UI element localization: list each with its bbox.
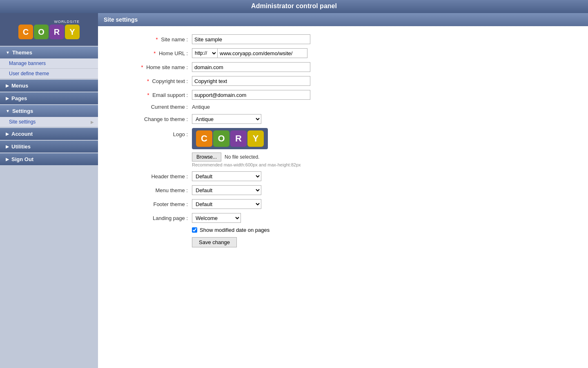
settings-label: Settings [12, 108, 33, 114]
site-settings-page-header: Site settings [98, 13, 588, 26]
required-star: * [156, 36, 158, 43]
browse-row: Browse... No file selected. [192, 153, 259, 162]
sidebar-item-signout[interactable]: ▶ Sign Out [0, 153, 98, 165]
logo-letter-o: O [34, 25, 49, 39]
sidebar-item-site-settings[interactable]: Site settings ▶ [0, 117, 98, 127]
change-theme-select[interactable]: Antique Modern Classic Fresh [192, 114, 261, 124]
logo-display: C O R Y Browse... No file selected. Reco… [192, 128, 301, 167]
change-theme-row: Change to theme : Antique Modern Classic… [110, 114, 576, 124]
menus-arrow-icon: ▶ [6, 83, 9, 88]
logo-letter-r: R [49, 25, 64, 39]
checkbox-row: Show modified date on pages [192, 227, 270, 233]
protocol-select[interactable]: http:// https:// [192, 48, 218, 58]
signout-label: Sign Out [11, 156, 33, 162]
landing-page-label: Landing page : [110, 215, 192, 221]
sidebar-item-themes[interactable]: ▼ Themes [0, 47, 98, 58]
logo-puzzle: C O R Y [18, 25, 80, 39]
site-name-input[interactable] [192, 34, 310, 44]
copyright-text-row: * Copyright text : [110, 76, 576, 86]
site-settings-arrow-icon: ▶ [91, 120, 94, 124]
email-support-label: * Email support : [110, 92, 192, 98]
show-modified-date-label: Show modified date on pages [200, 227, 270, 233]
themes-label: Themes [12, 49, 32, 56]
save-button[interactable]: Save change [192, 237, 237, 247]
pages-arrow-icon: ▶ [6, 96, 9, 101]
sidebar-item-menus[interactable]: ▶ Menus [0, 80, 98, 92]
sidebar: WORLDSITE C O R Y ▼ Themes Manage banner… [0, 13, 98, 368]
show-modified-date-row: Show modified date on pages [110, 227, 576, 233]
site-name-row: * Site name : [110, 34, 576, 44]
menu-theme-label: Menu theme : [110, 187, 192, 193]
logo-y: Y [247, 130, 264, 147]
user-define-theme-label: User define theme [9, 71, 49, 76]
admin-header: Administrator control panel [0, 0, 588, 13]
worldsite-text: WORLDSITE [54, 20, 80, 24]
url-input[interactable] [218, 48, 307, 58]
footer-theme-label: Footer theme : [110, 201, 192, 207]
site-settings-form: * Site name : * Home URL : http:// https… [98, 26, 588, 264]
signout-arrow-icon: ▶ [6, 157, 9, 162]
sidebar-item-account[interactable]: ▶ Account [0, 128, 98, 140]
sidebar-item-manage-banners[interactable]: Manage banners [0, 58, 98, 69]
required-star2: * [154, 50, 156, 56]
settings-arrow-icon: ▼ [6, 109, 10, 113]
menu-theme-select[interactable]: Default Theme1 Theme2 [192, 185, 261, 195]
current-theme-value: Antique [192, 104, 210, 110]
home-url-label: * Home URL : [110, 50, 192, 56]
sidebar-item-utilities[interactable]: ▶ Utilities [0, 141, 98, 153]
account-label: Account [11, 131, 33, 137]
sidebar-item-settings[interactable]: ▼ Settings [0, 105, 98, 117]
pages-label: Pages [11, 95, 27, 101]
header-theme-label: Header theme : [110, 173, 192, 180]
logo-o: O [213, 130, 229, 147]
recommend-text: Recommended max-width:600px and max-heig… [192, 162, 301, 167]
save-row: Save change [110, 237, 576, 247]
admin-title: Administrator control panel [251, 2, 337, 9]
site-settings-page-title: Site settings [104, 16, 138, 23]
manage-banners-label: Manage banners [9, 61, 46, 66]
footer-theme-row: Footer theme : Default Theme1 Theme2 [110, 199, 576, 209]
required-star5: * [147, 92, 149, 98]
home-url-row: * Home URL : http:// https:// [110, 48, 576, 58]
browse-button[interactable]: Browse... [192, 153, 221, 162]
landing-page-select[interactable]: Welcome Home About [192, 213, 241, 223]
required-star4: * [147, 78, 149, 84]
no-file-text: No file selected. [225, 154, 259, 160]
copyright-text-label: * Copyright text : [110, 78, 192, 84]
utilities-label: Utilities [11, 144, 31, 150]
email-support-input[interactable] [192, 90, 310, 100]
logo-letter-c: C [18, 25, 33, 39]
main-content: Site settings * Site name : * Home URL : [98, 13, 588, 368]
home-site-name-input[interactable] [192, 62, 310, 72]
show-modified-date-checkbox[interactable] [192, 227, 197, 233]
site-settings-label: Site settings [9, 119, 36, 125]
logo-r: R [230, 130, 247, 147]
menus-label: Menus [11, 83, 28, 89]
change-theme-label: Change to theme : [110, 116, 192, 122]
footer-theme-select[interactable]: Default Theme1 Theme2 [192, 199, 261, 209]
email-support-row: * Email support : [110, 90, 576, 100]
current-theme-label: Current theme : [110, 104, 192, 110]
copyright-text-input[interactable] [192, 76, 310, 86]
sidebar-item-pages[interactable]: ▶ Pages [0, 92, 98, 104]
logo-letter-y: Y [65, 25, 80, 39]
landing-page-row: Landing page : Welcome Home About [110, 213, 576, 223]
menu-theme-row: Menu theme : Default Theme1 Theme2 [110, 185, 576, 195]
site-name-label: * Site name : [110, 36, 192, 43]
logo-label: Logo : [110, 128, 192, 137]
current-theme-row: Current theme : Antique [110, 104, 576, 110]
home-site-name-label: * Home site name : [110, 64, 192, 70]
logo-row: Logo : C O R Y Browse... No file selecte… [110, 128, 576, 167]
utilities-arrow-icon: ▶ [6, 144, 9, 149]
account-arrow-icon: ▶ [6, 132, 9, 136]
sidebar-item-user-define-theme[interactable]: User define theme [0, 69, 98, 79]
logo-preview: C O R Y [192, 128, 268, 149]
home-site-name-row: * Home site name : [110, 62, 576, 72]
logo-c: C [196, 130, 212, 147]
themes-arrow-icon: ▼ [6, 50, 10, 55]
url-row: http:// https:// [192, 48, 307, 58]
required-star3: * [141, 64, 143, 70]
header-theme-select[interactable]: Default Theme1 Theme2 [192, 171, 261, 181]
form-logo-puzzle: C O R Y [192, 128, 268, 149]
sidebar-logo: WORLDSITE C O R Y [0, 13, 98, 46]
